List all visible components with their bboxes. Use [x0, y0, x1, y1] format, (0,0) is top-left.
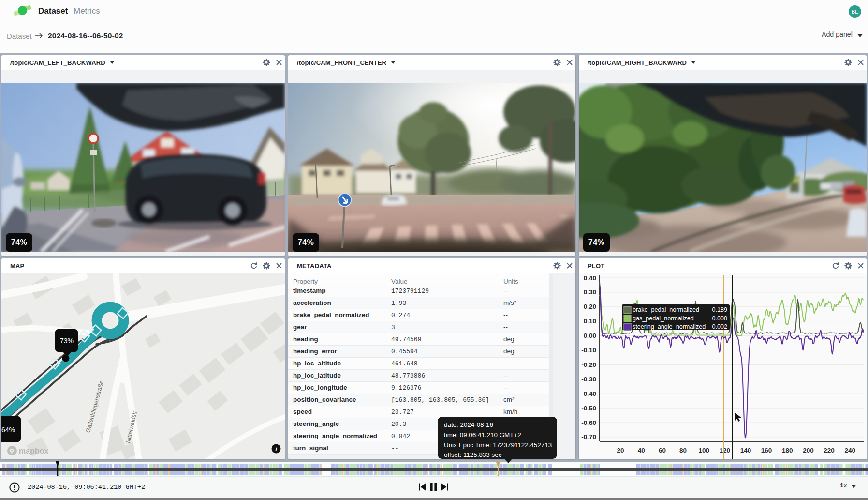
svg-text:0.000: 0.000 — [712, 315, 727, 322]
svg-text:100: 100 — [698, 447, 709, 454]
svg-text:-0.50: -0.50 — [581, 405, 596, 412]
svg-text:0.00: 0.00 — [584, 332, 596, 339]
svg-text:0.20: 0.20 — [584, 303, 596, 310]
svg-text:40: 40 — [638, 447, 645, 454]
svg-text:180: 180 — [782, 447, 793, 454]
svg-text:i: i — [275, 445, 277, 453]
svg-text:brake_pedal_normalized: brake_pedal_normalized — [633, 306, 699, 313]
svg-text:gas_pedal_normalized: gas_pedal_normalized — [633, 315, 694, 322]
svg-text:20: 20 — [617, 447, 624, 454]
svg-text:160: 160 — [761, 447, 772, 454]
svg-text:200: 200 — [803, 447, 814, 454]
svg-text:mapbox: mapbox — [19, 447, 48, 455]
svg-text:220: 220 — [824, 447, 835, 454]
svg-text:240: 240 — [844, 447, 855, 454]
svg-text:64%: 64% — [1, 426, 15, 434]
svg-text:60: 60 — [659, 447, 666, 454]
svg-text:120: 120 — [720, 447, 731, 454]
svg-text:0.10: 0.10 — [584, 318, 596, 325]
svg-text:-0.30: -0.30 — [581, 376, 596, 383]
svg-text:140: 140 — [740, 447, 751, 454]
svg-text:0.40: 0.40 — [584, 274, 596, 282]
svg-text:⚲: ⚲ — [10, 448, 14, 455]
svg-text:steering_angle_normalized: steering_angle_normalized — [633, 323, 706, 330]
svg-text:-0.20: -0.20 — [581, 361, 596, 368]
svg-text:73%: 73% — [60, 337, 74, 345]
svg-text:0.30: 0.30 — [584, 288, 596, 296]
svg-text:80: 80 — [679, 447, 687, 454]
svg-text:-0.70: -0.70 — [581, 433, 596, 440]
svg-text:-0.60: -0.60 — [581, 419, 596, 426]
svg-text:-0.10: -0.10 — [581, 347, 596, 354]
svg-text:0.002: 0.002 — [712, 323, 727, 330]
svg-text:0.189: 0.189 — [712, 306, 727, 313]
svg-text:-0.40: -0.40 — [581, 390, 596, 397]
